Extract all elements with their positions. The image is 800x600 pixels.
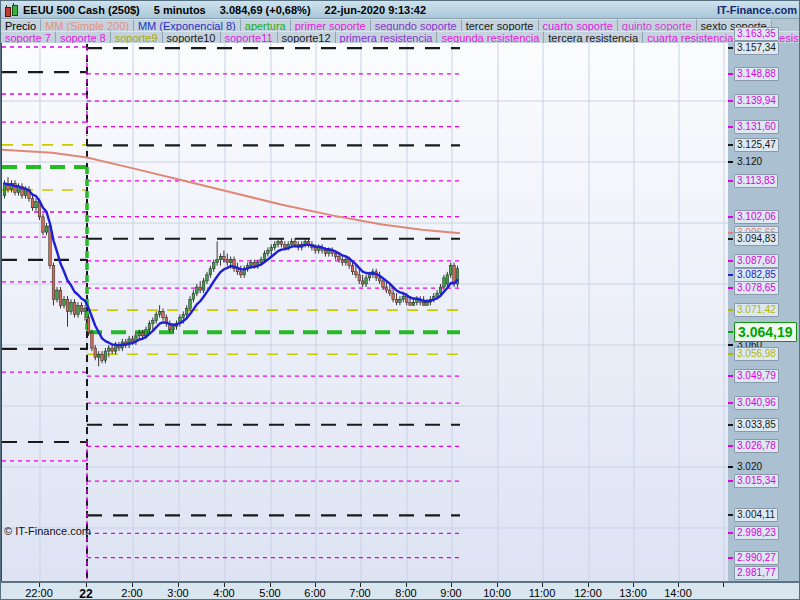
legend-item-tercera-resistencia[interactable]: tercera resistencia <box>544 31 643 43</box>
candle-up <box>97 354 100 357</box>
candle-down <box>87 318 90 333</box>
chart-plot-area[interactable] <box>1 43 728 581</box>
candle-down <box>334 254 337 257</box>
legend-item-segunda-resistencia[interactable]: segunda resistencia <box>437 31 544 43</box>
price-tickmark <box>728 47 733 49</box>
indicator-legend-row-1: PrecioMM (Simple 200)MM (Exponencial 8)a… <box>1 19 800 31</box>
price-tickmark <box>728 161 733 163</box>
candle-down <box>73 302 76 314</box>
price-label: 3.004,11 <box>734 508 778 522</box>
legend-item-primera-resistencia[interactable]: primera resistencia <box>336 31 438 43</box>
candle-up <box>436 293 439 296</box>
time-tickmark <box>723 583 724 587</box>
price-label: 2.998,23 <box>734 526 779 540</box>
price-label: 3.113,83 <box>734 174 778 188</box>
time-label: 22:00 <box>25 587 53 599</box>
candle-up <box>368 275 371 278</box>
legend-item-soporte-8[interactable]: soporte 8 <box>56 31 111 43</box>
candle-up <box>449 266 452 275</box>
price-label: 3.026,78 <box>734 439 779 453</box>
price-label: 3.139,94 <box>734 94 779 108</box>
price-label: 3.131,60 <box>734 120 779 134</box>
candle-up <box>219 257 222 260</box>
candle-down <box>338 257 341 260</box>
legend-item-precio[interactable]: Precio <box>1 19 41 31</box>
price-label: 3.125,47 <box>734 138 779 152</box>
candle-down <box>382 281 385 287</box>
candle-up <box>402 296 405 299</box>
candle-down <box>223 257 226 260</box>
candle-up <box>277 241 280 244</box>
price-label: 3.040,96 <box>734 396 779 410</box>
time-label: 9:00 <box>440 587 461 599</box>
price-label: 3.049,79 <box>734 369 779 383</box>
candle-down <box>385 287 388 290</box>
axis-tick-label: 3.020 <box>737 461 762 473</box>
legend-item-apertura[interactable]: apertura <box>241 19 291 31</box>
time-label: 14:00 <box>664 587 692 599</box>
candle-up <box>104 351 107 360</box>
legend-item-segundo-soporte[interactable]: segundo soporte <box>371 19 462 31</box>
candle-down <box>395 299 398 302</box>
legend-item-soporte9[interactable]: soporte9 <box>111 31 163 43</box>
time-label: 12:00 <box>574 587 602 599</box>
time-axis[interactable]: 22:00222:003:004:005:006:007:008:009:001… <box>1 581 800 600</box>
candle-down <box>42 217 45 232</box>
time-label: 7:00 <box>349 587 370 599</box>
price-tickmark <box>728 375 733 377</box>
candle-down <box>80 305 83 311</box>
price-label: 2.990,27 <box>734 551 779 565</box>
legend-item-mm-simple-200-[interactable]: MM (Simple 200) <box>41 19 134 31</box>
candle-up <box>84 308 87 311</box>
candle-up <box>138 333 141 336</box>
time-label: 11:00 <box>529 587 556 599</box>
candle-up <box>446 275 449 284</box>
candlestick-icon <box>4 3 18 17</box>
candle-up <box>399 299 402 302</box>
legend-item-soporte10[interactable]: soporte10 <box>163 31 221 43</box>
price-tickmark <box>728 402 733 404</box>
candle-down <box>378 278 381 281</box>
legend-item-primer-soporte[interactable]: primer soporte <box>291 19 371 31</box>
axis-tick-label: 3.120 <box>737 156 762 168</box>
price-tickmark <box>728 309 733 311</box>
price-label: 3.148,88 <box>734 67 779 81</box>
candle-up <box>45 226 48 232</box>
candle-up <box>229 260 232 263</box>
candle-down <box>358 275 361 281</box>
candle-down <box>91 333 94 348</box>
datetime-label: 22-jun-2020 9:13:42 <box>325 4 427 16</box>
legend-item-soporte12[interactable]: soporte12 <box>278 31 336 43</box>
price-tickmark <box>728 238 733 240</box>
candle-down <box>409 302 412 305</box>
time-label: 13:00 <box>619 587 647 599</box>
candle-down <box>101 354 104 360</box>
legend-item-cuarto-soporte[interactable]: cuarto soporte <box>539 19 618 31</box>
candle-up <box>263 254 266 260</box>
candle-up <box>209 269 212 275</box>
price-tickmark <box>728 331 733 333</box>
candlestick-chart-svg <box>2 43 729 581</box>
price-label: 3.078,65 <box>734 281 779 295</box>
candle-up <box>412 302 415 305</box>
candle-up <box>206 275 209 281</box>
price-tickmark <box>728 532 733 534</box>
legend-item-mm-exponencial-8-[interactable]: MM (Exponencial 8) <box>134 19 241 31</box>
legend-item-tercer-soporte[interactable]: tercer soporte <box>462 19 539 31</box>
price-tickmark <box>728 353 733 355</box>
price-axis[interactable]: 3.1203.0603.0203.096,663.082,853.163,353… <box>728 1 800 581</box>
price-label: 3.071,42 <box>734 303 779 317</box>
candle-up <box>250 263 253 266</box>
legend-item-soporte11[interactable]: soporte11 <box>221 31 278 43</box>
legend-item-quinto-soporte[interactable]: quinto soporte <box>618 19 697 31</box>
chart-header: EEUU 500 Cash (250$) 5 minutos 3.084,69 … <box>1 1 800 19</box>
candle-up <box>148 324 151 330</box>
price-label: 3.015,34 <box>734 474 779 488</box>
legend-item-cuarta-resistencia[interactable]: cuarta resistencia <box>643 31 738 43</box>
time-label: 6:00 <box>304 587 325 599</box>
candle-down <box>422 302 425 305</box>
price-label: 3.102,06 <box>734 210 779 224</box>
candle-down <box>280 241 283 244</box>
legend-item-soporte-7[interactable]: soporte 7 <box>1 31 56 43</box>
time-label: 4:00 <box>213 587 234 599</box>
